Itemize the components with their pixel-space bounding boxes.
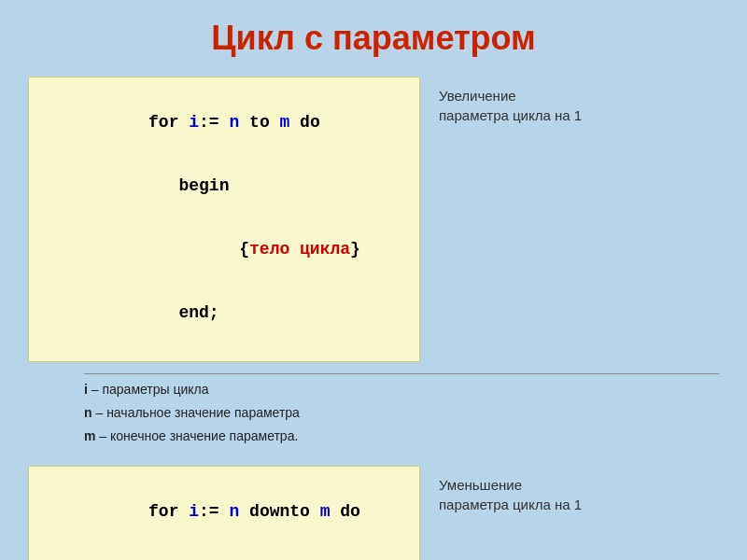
to-keyword-1: to <box>239 113 279 132</box>
legend-m: m – конечное значение параметра. <box>84 425 719 448</box>
do-keyword-1: do <box>289 113 319 132</box>
var-m-1: m <box>280 113 290 132</box>
legend-m-label: m <box>84 428 95 443</box>
body-comment-1: тело цикла <box>249 240 350 259</box>
legend-n: n – начальное значение параметра <box>84 401 719 425</box>
do-keyword-2: do <box>331 502 360 521</box>
code-line-1: for i:= n to m do <box>48 94 401 150</box>
for-keyword-1: for <box>148 113 189 132</box>
brace-close-1: } <box>350 240 360 259</box>
var-n-2: n <box>219 502 240 521</box>
brace-open-1: { <box>148 240 249 259</box>
code-line-6: begin <box>48 547 401 560</box>
block2-row: for i:= n downto m do begin {тело цикла}… <box>28 466 719 560</box>
for-keyword-2: for <box>148 502 189 521</box>
assign-2: := <box>199 502 219 521</box>
var-i-1: i <box>189 113 199 132</box>
code-box-1: for i:= n to m do begin {тело цикла} end… <box>28 77 420 362</box>
begin-keyword-1: begin <box>148 176 229 195</box>
var-i-2: i <box>189 502 199 521</box>
code-line-5: for i:= n downto m do <box>48 483 401 539</box>
code-line-2: begin <box>48 158 401 214</box>
downto-keyword: downto <box>239 502 319 521</box>
legend-separator <box>84 373 719 374</box>
end-keyword-1: end; <box>148 303 219 322</box>
legend-n-text: – начальное значение параметра <box>92 405 300 420</box>
content-area: for i:= n to m do begin {тело цикла} end… <box>28 77 719 560</box>
var-m-2: m <box>320 502 331 521</box>
legend-n-label: n <box>84 405 92 420</box>
var-n-1: n <box>219 113 240 132</box>
side-note-1: Увеличение параметра цикла на 1 <box>439 77 588 125</box>
side-note-2: Уменьшение параметра цикла на 1 <box>439 466 588 514</box>
code-box-2: for i:= n downto m do begin {тело цикла}… <box>28 466 420 560</box>
legend-area: i – параметры цикла n – начальное значен… <box>84 373 719 449</box>
page: Цикл с параметром for i:= n to m do begi… <box>0 0 747 560</box>
assign-1: := <box>199 113 219 132</box>
legend-i-text: – параметры цикла <box>88 382 209 397</box>
code-line-3: {тело цикла} <box>48 221 401 277</box>
page-title: Цикл с параметром <box>28 19 719 58</box>
legend-m-text: – конечное значение параметра. <box>95 428 298 443</box>
code-line-4: end; <box>48 285 401 341</box>
block1-row: for i:= n to m do begin {тело цикла} end… <box>28 77 719 362</box>
legend-i: i – параметры цикла <box>84 378 719 401</box>
